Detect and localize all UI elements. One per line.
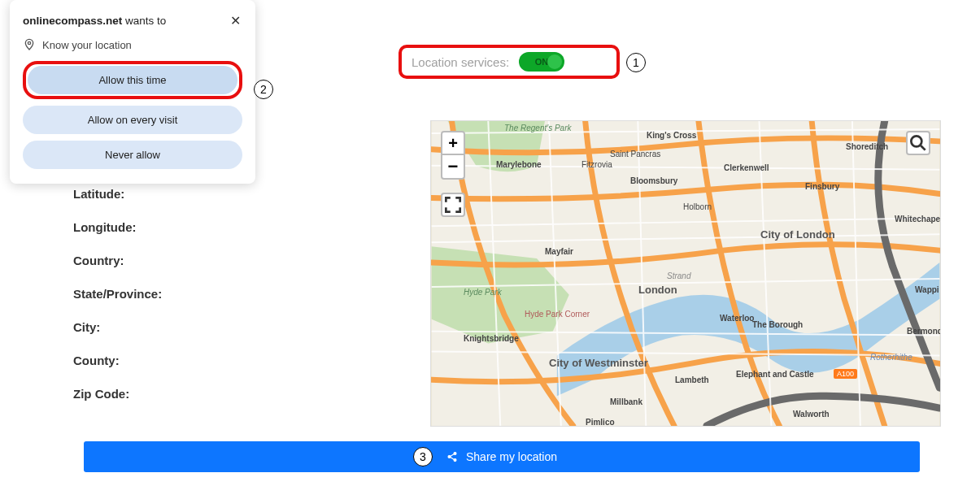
location-services-panel: Location services: ON	[399, 45, 620, 79]
search-icon	[908, 132, 929, 154]
location-pin-icon	[23, 38, 36, 51]
permission-dialog: onlinecompass.net wants to ✕ Know your l…	[10, 0, 255, 184]
latitude-label: Latitude:	[73, 187, 162, 201]
annotation-2: 2	[254, 80, 273, 99]
close-icon[interactable]: ✕	[229, 11, 242, 30]
location-services-toggle[interactable]: ON	[519, 52, 564, 72]
allow-this-time-button[interactable]: Allow this time	[28, 66, 237, 94]
zip-code-label: Zip Code:	[73, 387, 162, 401]
location-info-list: Latitude: Longitude: Country: State/Prov…	[73, 187, 162, 401]
share-icon	[446, 451, 458, 462]
fullscreen-icon	[442, 194, 464, 215]
zoom-out-button[interactable]: −	[441, 155, 465, 180]
zoom-in-button[interactable]: +	[441, 131, 465, 155]
permission-detail-text: Know your location	[42, 39, 132, 51]
permission-site: onlinecompass.net	[23, 15, 122, 27]
city-label: City:	[73, 320, 162, 334]
county-label: County:	[73, 354, 162, 367]
map-search-button[interactable]	[906, 131, 930, 155]
highlight-allow-this-time: Allow this time	[23, 61, 242, 99]
permission-wants-to: wants to	[125, 15, 166, 27]
allow-every-visit-button[interactable]: Allow on every visit	[23, 106, 242, 134]
map-svg	[431, 121, 940, 426]
location-services-label: Location services:	[412, 55, 509, 69]
permission-detail-row: Know your location	[23, 38, 242, 51]
permission-title: onlinecompass.net wants to	[23, 15, 166, 27]
map-viewport[interactable]: The Regent's Park King's Cross Shoreditc…	[430, 120, 941, 427]
longitude-label: Longitude:	[73, 220, 162, 234]
share-button-label: Share my location	[466, 450, 557, 463]
toggle-state-text: ON	[535, 57, 549, 67]
svg-point-0	[28, 41, 30, 44]
country-label: Country:	[73, 254, 162, 267]
state-province-label: State/Province:	[73, 287, 162, 301]
annotation-3: 3	[413, 447, 433, 466]
fullscreen-button[interactable]	[441, 193, 465, 217]
annotation-1: 1	[626, 53, 646, 72]
svg-point-2	[911, 136, 921, 146]
share-location-button[interactable]: Share my location	[84, 441, 920, 472]
never-allow-button[interactable]: Never allow	[23, 141, 242, 169]
road-badge-a100: A100	[834, 369, 857, 379]
